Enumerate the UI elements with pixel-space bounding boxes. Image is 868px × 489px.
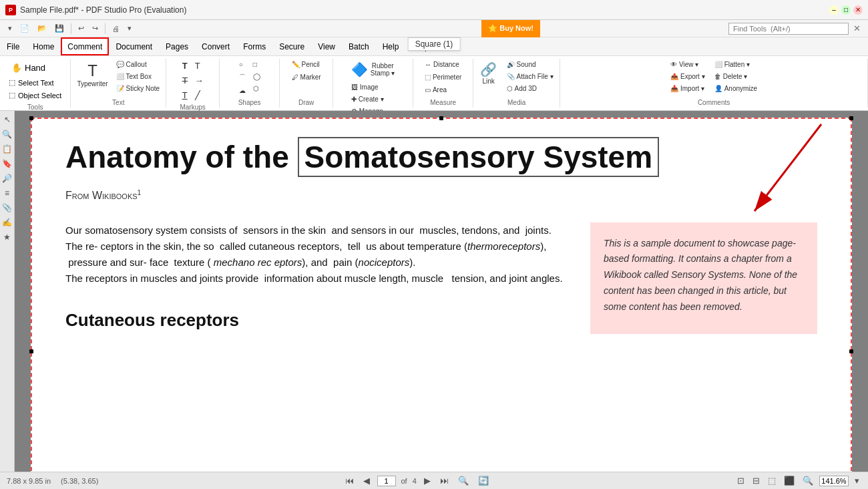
fit-page-button[interactable]: ⊡ [735,475,746,486]
menu-pages[interactable]: Pages [159,37,195,55]
select-text-button[interactable]: ⬚ Select Text [5,77,57,88]
minimize-button[interactable]: – [829,5,839,15]
underline-button[interactable]: T [179,88,191,102]
menu-document[interactable]: Document [109,37,159,55]
link-button[interactable]: 🔗 Link [477,59,501,88]
ellipse-button[interactable]: ◯ [250,71,264,82]
sticky-note-button[interactable]: 📝 Sticky Note [113,83,164,94]
quick-save-button[interactable]: ▾ [5,23,15,34]
sidebar-sign-icon[interactable]: ✍ [1,216,13,228]
marker-button[interactable]: 🖊 Marker [288,71,324,83]
typewriter-button[interactable]: T Typewriter [73,59,111,90]
polygon-button[interactable]: ⬡ [250,83,264,94]
zoom-out-icon[interactable]: 🔍 [456,475,471,486]
pencil-button[interactable]: ✏️ Pencil [288,59,323,70]
maximize-button[interactable]: □ [841,5,851,15]
window-title: Sample File.pdf* - PDF Studio Pro (Evalu… [20,5,186,15]
print-button[interactable]: 🖨 [110,23,122,34]
sidebar-note-icon[interactable]: 📋 [1,143,13,155]
expand-button[interactable]: ▾ [125,23,134,34]
import-button[interactable]: 📥 Import ▾ [667,83,708,94]
sidebar-bookmark-icon[interactable]: 🔖 [1,158,13,170]
line-button[interactable]: ╱ [192,88,207,102]
close-find-button[interactable]: ✕ [851,23,863,33]
sidebar-cursor-icon[interactable]: ↖ [1,114,13,126]
sidebar-layers-icon[interactable]: ≡ [1,187,13,199]
add-3d-icon: ⬡ [507,85,513,92]
sidebar-attach-icon[interactable]: 📎 [1,202,13,214]
current-page-input[interactable] [377,476,396,486]
fit-width-button[interactable]: ⊟ [750,475,762,486]
menu-secure[interactable]: Secure [272,37,311,55]
menu-comment[interactable]: Comment [61,37,109,55]
prev-page-button[interactable]: ◀ [361,475,372,486]
ribbon-group-text: T Typewriter 💬 Callout ⬜ Text Box 📝 Stic… [71,59,166,108]
selection-handle-ml[interactable] [29,349,33,353]
text-box-button[interactable]: ⬜ Text Box [113,71,164,82]
attach-file-button[interactable]: 📎 Attach File ▾ [503,71,557,82]
menu-view[interactable]: View [311,37,342,55]
hand-icon: ✋ [11,63,22,73]
create-button[interactable]: ✚ Create ▾ [348,94,387,105]
pdf-subtitle-text: From Wikibooks [65,190,138,202]
multi-page-button[interactable]: ⬛ [782,475,797,486]
hand-tool-button[interactable]: ✋ Hand [5,60,51,75]
menu-batch[interactable]: Batch [342,37,376,55]
menu-forms[interactable]: Forms [236,37,272,55]
quick-open-button[interactable]: 📂 [35,23,49,34]
highlight-button[interactable]: T [179,59,191,73]
sidebar-star-icon[interactable]: ★ [1,231,13,243]
find-tools-input[interactable] [728,23,849,35]
selection-handle-tr[interactable] [849,116,853,120]
rubber-stamp-button[interactable]: 🔷 RubberStamp ▾ [348,59,399,80]
delete-button[interactable]: 🗑 Delete ▾ [711,71,761,82]
add-3d-button[interactable]: ⬡ Add 3D [503,83,557,94]
image-button[interactable]: 🖼 Image [348,82,387,93]
sidebar-zoom-icon[interactable]: 🔍 [1,128,13,140]
page-of-label: of [401,477,407,485]
strikeout-button[interactable]: T̶ [179,73,191,88]
object-select-button[interactable]: ⬚ Object Select [5,90,65,101]
undo-button[interactable]: ↩ [75,23,87,34]
buy-now-button[interactable]: ⭐ Buy Now! [481,20,540,37]
total-pages: 4 [413,477,417,485]
zoom-out-btn[interactable]: 🔍 [801,475,815,486]
menu-help[interactable]: Help [376,37,406,55]
anonymize-button[interactable]: 👤 Anonymize [711,83,761,94]
export-button[interactable]: 📤 Export ▾ [667,71,708,82]
next-page-button[interactable]: ▶ [422,475,433,486]
zoom-in-icon[interactable]: 🔄 [476,475,491,486]
menu-file[interactable]: File [0,37,26,55]
draw-group-label: Draw [282,98,330,108]
arc-button[interactable]: ⌒ [236,71,249,84]
arrow-right-button[interactable]: → [192,73,207,88]
ribbon-group-comments: 👁 View ▾ 📤 Export ▾ 📥 Import ▾ ⬜ Flatten… [560,59,868,108]
sidebar-search-icon[interactable]: 🔎 [1,172,13,184]
selection-handle-tl[interactable] [29,116,33,120]
first-page-button[interactable]: ⏮ [343,475,356,486]
close-button[interactable]: ✕ [853,5,863,15]
last-page-button[interactable]: ⏭ [438,475,451,486]
menu-home[interactable]: Home [26,37,61,55]
squiggly-button[interactable]: T [192,59,207,73]
flatten-button[interactable]: ⬜ Flatten ▾ [711,59,761,70]
zoom-level-input[interactable] [819,476,849,486]
square-shape-button[interactable]: □ [250,59,264,70]
perimeter-button[interactable]: ⬚ Perimeter [421,71,465,83]
area-button[interactable]: ▭ Area [421,84,450,96]
view-comments-button[interactable]: 👁 View ▾ [667,59,708,70]
sound-button[interactable]: 🔊 Sound [503,59,557,70]
quick-new-button[interactable]: 📄 [17,23,32,34]
two-page-button[interactable]: ⬚ [766,475,778,486]
selection-handle-tm[interactable] [439,116,443,120]
selection-handle-mr[interactable] [849,349,853,353]
distance-button[interactable]: ↔ Distance [421,59,463,70]
menu-convert[interactable]: Convert [195,37,236,55]
zoom-dropdown[interactable]: ▾ [853,475,861,486]
callout-button[interactable]: 💬 Callout [113,59,164,70]
pdf-sidebar-box: This is a sample document to showcase pa… [590,222,817,335]
redo-button[interactable]: ↪ [89,23,101,34]
quick-save2-button[interactable]: 💾 [52,23,67,34]
circle-button[interactable]: ○ [236,59,249,70]
cloud-button[interactable]: ☁ [236,85,249,96]
